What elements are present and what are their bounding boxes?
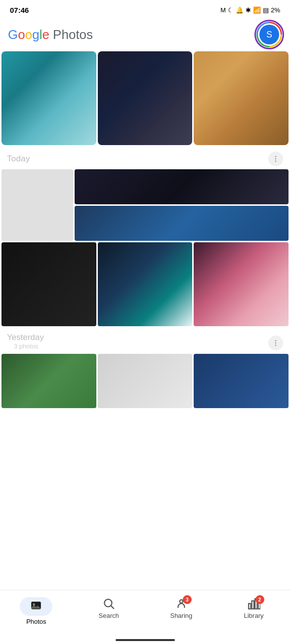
- svg-point-1: [275, 158, 277, 160]
- photo-grid-area: Today Yesterday 3 photos: [0, 51, 290, 408]
- photos-label: Photos: [26, 618, 46, 625]
- battery-icon: ▤: [263, 6, 269, 14]
- photo-item[interactable]: [194, 354, 289, 408]
- title-o1: o: [18, 27, 25, 42]
- avatar-letter: S: [259, 25, 279, 44]
- search-label: Search: [99, 612, 119, 619]
- carrier-icon: M: [220, 6, 226, 14]
- photo-item[interactable]: [98, 51, 193, 145]
- svg-point-2: [275, 160, 277, 162]
- bottom-photo-strip: [0, 354, 290, 408]
- svg-point-3: [275, 340, 277, 341]
- top-photos-row: [0, 51, 290, 145]
- photo-item[interactable]: [1, 51, 96, 145]
- photo-item[interactable]: [98, 354, 193, 408]
- status-icons: M ☾ 🔔 ✱ 📶 ▤ 2%: [220, 6, 280, 14]
- search-icon-wrap: [102, 597, 115, 610]
- title-g: G: [8, 27, 18, 42]
- photo-item[interactable]: [98, 242, 193, 326]
- title-e: e: [42, 27, 49, 42]
- photo-item[interactable]: [75, 169, 289, 204]
- title-o2: o: [25, 27, 32, 42]
- svg-rect-11: [249, 604, 250, 609]
- search-icon: [102, 597, 115, 610]
- photo-item[interactable]: [194, 242, 289, 326]
- svg-point-5: [275, 344, 277, 346]
- yesterday-label: Yesterday: [7, 333, 45, 342]
- wifi-icon: 📶: [253, 6, 261, 14]
- svg-point-4: [275, 342, 277, 343]
- grid-row-2: [0, 242, 290, 326]
- photo-item[interactable]: [1, 242, 96, 326]
- photo-right-col: [75, 169, 289, 241]
- today-section-header: Today: [0, 147, 290, 169]
- status-time: 07:46: [10, 6, 29, 14]
- nav-photos[interactable]: Photos: [0, 595, 73, 627]
- status-bar: 07:46 M ☾ 🔔 ✱ 📶 ▤ 2%: [0, 0, 290, 18]
- app-header: Google Photos S: [0, 18, 290, 51]
- nav-library[interactable]: 2 Library: [217, 595, 290, 621]
- grid-row-1: [0, 169, 290, 241]
- svg-point-0: [275, 156, 277, 157]
- account-avatar[interactable]: S: [256, 22, 282, 47]
- library-badge: 2: [255, 595, 264, 604]
- library-label: Library: [244, 612, 264, 619]
- nav-search[interactable]: Search: [73, 595, 145, 621]
- photos-icon: [30, 600, 42, 613]
- yesterday-title-group: Yesterday 3 photos: [7, 333, 45, 353]
- today-label: Today: [7, 154, 30, 164]
- photos-pill: [20, 597, 52, 616]
- bottom-navigation: Photos Search 3 Sharing: [0, 590, 290, 644]
- moon-icon: ☾: [228, 6, 234, 14]
- yesterday-more-icon[interactable]: [268, 336, 283, 350]
- library-icon-wrap: 2: [248, 597, 260, 610]
- photo-item[interactable]: [194, 51, 289, 145]
- nav-sharing[interactable]: 3 Sharing: [145, 595, 218, 621]
- sharing-badge: 3: [183, 595, 192, 604]
- photo-item[interactable]: [1, 354, 96, 408]
- today-more-icon[interactable]: [268, 152, 283, 166]
- svg-rect-12: [251, 601, 253, 609]
- app-title: Google Photos: [8, 27, 93, 42]
- svg-point-8: [104, 599, 112, 606]
- yesterday-count: 3 photos: [7, 342, 45, 353]
- notification-icon: 🔔: [236, 6, 244, 14]
- battery-percent: 2%: [271, 6, 280, 14]
- sharing-icon-wrap: 3: [175, 597, 188, 610]
- home-indicator: [116, 639, 175, 641]
- title-g2: g: [32, 27, 39, 42]
- bluetooth-icon: ✱: [246, 6, 251, 14]
- photo-item[interactable]: [1, 169, 73, 241]
- title-photos: Photos: [49, 27, 93, 42]
- photo-item[interactable]: [75, 206, 289, 241]
- svg-line-9: [111, 606, 114, 609]
- sharing-label: Sharing: [170, 612, 192, 619]
- photos-icon-wrap: [20, 597, 52, 616]
- yesterday-section-header: Yesterday 3 photos: [0, 328, 290, 354]
- svg-point-7: [33, 604, 35, 606]
